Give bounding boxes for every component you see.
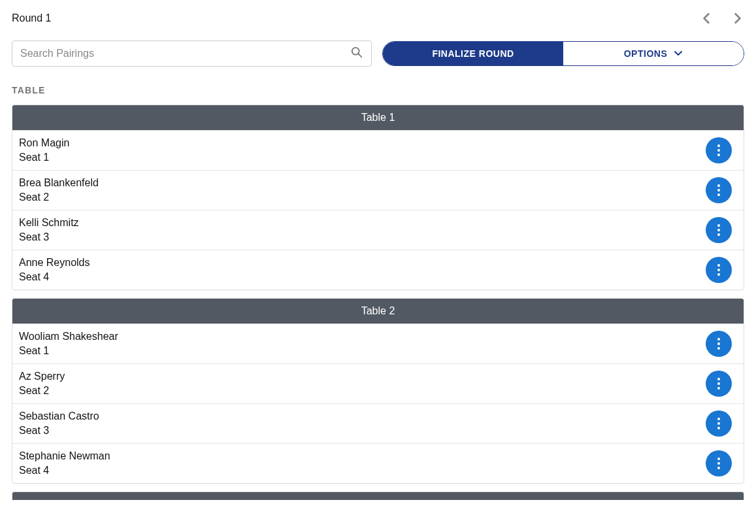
chevron-right-icon [734, 12, 742, 24]
section-label-table: TABLE [12, 85, 744, 95]
table-header-peek [12, 491, 744, 500]
more-vertical-icon [717, 457, 720, 469]
player-row: Kelli Schmitz Seat 3 [12, 210, 744, 250]
player-info: Sebastian Castro Seat 3 [19, 410, 99, 437]
player-more-button[interactable] [706, 331, 732, 357]
player-info: Wooliam Shakeshear Seat 1 [19, 331, 118, 357]
player-info: Stephanie Newman Seat 4 [19, 450, 110, 476]
player-seat: Seat 2 [19, 385, 65, 397]
table-card: Table 1 Ron Magin Seat 1 Brea Blankenfel… [12, 105, 744, 290]
player-seat: Seat 3 [19, 425, 99, 437]
player-more-button[interactable] [706, 371, 732, 397]
player-name: Kelli Schmitz [19, 217, 79, 229]
more-vertical-icon [717, 224, 720, 236]
player-row: Anne Reynolds Seat 4 [12, 250, 744, 290]
chevron-down-icon [674, 50, 683, 57]
chevron-left-icon [702, 12, 710, 24]
player-info: Kelli Schmitz Seat 3 [19, 217, 79, 243]
player-name: Sebastian Castro [19, 410, 99, 422]
player-more-button[interactable] [706, 257, 732, 283]
more-vertical-icon [717, 144, 720, 156]
controls-row: FINALIZE ROUND OPTIONS [12, 41, 744, 67]
more-vertical-icon [717, 338, 720, 350]
round-navigation [700, 12, 744, 25]
player-info: Az Sperry Seat 2 [19, 371, 65, 397]
player-name: Ron Magin [19, 137, 69, 149]
player-row: Stephanie Newman Seat 4 [12, 443, 744, 483]
prev-round-button[interactable] [700, 12, 713, 25]
player-seat: Seat 1 [19, 345, 118, 357]
button-group: FINALIZE ROUND OPTIONS [382, 41, 744, 66]
player-seat: Seat 2 [19, 191, 99, 203]
more-vertical-icon [717, 264, 720, 276]
player-more-button[interactable] [706, 410, 732, 437]
player-info: Brea Blankenfeld Seat 2 [19, 177, 99, 203]
player-more-button[interactable] [706, 217, 732, 243]
page-title: Round 1 [12, 12, 52, 24]
player-name: Wooliam Shakeshear [19, 331, 118, 342]
player-more-button[interactable] [706, 450, 732, 476]
player-info: Ron Magin Seat 1 [19, 137, 69, 163]
table-card: Table 2 Wooliam Shakeshear Seat 1 Az Spe… [12, 298, 744, 484]
player-name: Brea Blankenfeld [19, 177, 99, 189]
player-info: Anne Reynolds Seat 4 [19, 257, 90, 283]
player-row: Brea Blankenfeld Seat 2 [12, 170, 744, 210]
search-input[interactable] [12, 41, 372, 67]
player-seat: Seat 1 [19, 152, 69, 163]
player-row: Sebastian Castro Seat 3 [12, 403, 744, 443]
search-wrapper [12, 41, 372, 67]
header-row: Round 1 [12, 12, 744, 25]
player-name: Anne Reynolds [19, 257, 90, 269]
more-vertical-icon [717, 184, 720, 196]
options-button[interactable]: OPTIONS [563, 42, 744, 65]
player-name: Stephanie Newman [19, 450, 110, 462]
player-seat: Seat 3 [19, 231, 79, 243]
table-header: Table 1 [12, 105, 744, 130]
player-seat: Seat 4 [19, 271, 90, 283]
player-seat: Seat 4 [19, 465, 110, 476]
more-vertical-icon [717, 378, 720, 390]
player-more-button[interactable] [706, 177, 732, 203]
player-row: Ron Magin Seat 1 [12, 130, 744, 170]
more-vertical-icon [717, 418, 720, 429]
player-name: Az Sperry [19, 371, 65, 382]
player-row: Az Sperry Seat 2 [12, 363, 744, 403]
player-more-button[interactable] [706, 137, 732, 163]
next-round-button[interactable] [731, 12, 744, 25]
table-header: Table 2 [12, 299, 744, 324]
finalize-round-button[interactable]: FINALIZE ROUND [383, 42, 563, 65]
options-button-label: OPTIONS [624, 48, 668, 59]
player-row: Wooliam Shakeshear Seat 1 [12, 324, 744, 363]
